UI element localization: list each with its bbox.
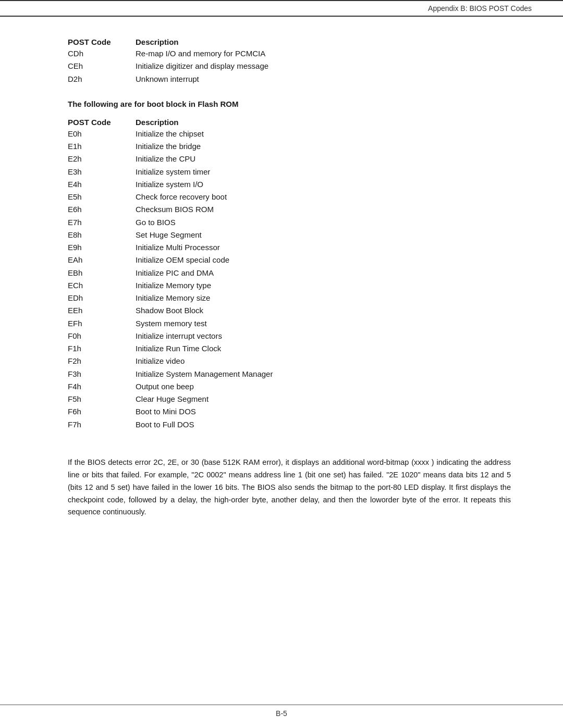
desc-cell: Set Huge Segment xyxy=(136,229,202,241)
table-row: EDhInitialize Memory size xyxy=(68,292,511,304)
code-cell: E5h xyxy=(68,191,136,203)
desc-cell: Unknown interrupt xyxy=(136,73,199,85)
table-row: CDhRe-map I/O and memory for PCMCIA xyxy=(68,47,511,59)
table-row: F3hInitialize System Management Manager xyxy=(68,368,511,380)
code-cell: F1h xyxy=(68,342,136,354)
table-row: F7hBoot to Full DOS xyxy=(68,418,511,430)
desc-cell: Output one beep xyxy=(136,380,194,392)
header-title: Appendix B: BIOS POST Codes xyxy=(428,4,532,13)
table-row: EBhInitialize PIC and DMA xyxy=(68,267,511,279)
desc-cell: Initialize PIC and DMA xyxy=(136,267,214,279)
code-cell: CDh xyxy=(68,47,136,59)
boot-table-rows: E0hInitialize the chipsetE1hInitialize t… xyxy=(68,128,511,430)
desc-cell: Re-map I/O and memory for PCMCIA xyxy=(136,47,265,59)
table-row: E0hInitialize the chipset xyxy=(68,128,511,140)
desc-cell: Check force recovery boot xyxy=(136,191,227,203)
page-footer: B-5 xyxy=(0,705,563,718)
code-cell: ECh xyxy=(68,279,136,291)
desc-cell: Shadow Boot Block xyxy=(136,304,203,316)
desc-cell: Initialize video xyxy=(136,355,185,367)
page-number: B-5 xyxy=(276,709,287,718)
code-cell: CEh xyxy=(68,60,136,72)
table-row: E5hCheck force recovery boot xyxy=(68,191,511,203)
table-row: CEhInitialize digitizer and display mess… xyxy=(68,60,511,72)
table-row: F1hInitialize Run Time Clock xyxy=(68,342,511,354)
code-cell: EFh xyxy=(68,317,136,329)
table-row: E4hInitialize system I/O xyxy=(68,178,511,190)
code-cell: E3h xyxy=(68,166,136,178)
code-cell: EDh xyxy=(68,292,136,304)
desc-cell: Checksum BIOS ROM xyxy=(136,203,214,215)
code-cell: F7h xyxy=(68,418,136,430)
desc-cell: Boot to Full DOS xyxy=(136,418,194,430)
table-row: E2hInitialize the CPU xyxy=(68,153,511,165)
desc-cell: Initialize interrupt vectors xyxy=(136,330,222,342)
desc-cell: System memory test xyxy=(136,317,207,329)
desc-cell: Initialize the CPU xyxy=(136,153,195,165)
table-row: EEhShadow Boot Block xyxy=(68,304,511,316)
code-cell: D2h xyxy=(68,73,136,85)
intro-col2-header: Description xyxy=(136,38,179,46)
page-container: Appendix B: BIOS POST Codes POST Code De… xyxy=(0,0,563,728)
desc-cell: Boot to Mini DOS xyxy=(136,405,196,417)
table-row: F5hClear Huge Segment xyxy=(68,393,511,405)
table-row: EAhInitialize OEM special code xyxy=(68,254,511,266)
table-row: F0hInitialize interrupt vectors xyxy=(68,330,511,342)
code-cell: E1h xyxy=(68,140,136,152)
table-row: E6hChecksum BIOS ROM xyxy=(68,203,511,215)
content-area: POST Code Description CDhRe-map I/O and … xyxy=(0,17,563,550)
code-cell: E0h xyxy=(68,128,136,140)
table-row: F4hOutput one beep xyxy=(68,380,511,392)
table-row: E3hInitialize system timer xyxy=(68,166,511,178)
desc-cell: Initialize the bridge xyxy=(136,140,201,152)
code-cell: E4h xyxy=(68,178,136,190)
code-cell: F6h xyxy=(68,405,136,417)
desc-cell: Initialize the chipset xyxy=(136,128,204,140)
desc-cell: Initialize digitizer and display message xyxy=(136,60,268,72)
intro-table-rows: CDhRe-map I/O and memory for PCMCIACEhIn… xyxy=(68,47,511,85)
table-row: E8hSet Huge Segment xyxy=(68,229,511,241)
section-title: The following are for boot block in Flas… xyxy=(68,100,511,108)
code-cell: E9h xyxy=(68,241,136,253)
desc-cell: Initialize Memory type xyxy=(136,279,211,291)
code-cell: F3h xyxy=(68,368,136,380)
intro-col1-header: POST Code xyxy=(68,38,136,46)
table-row: EFhSystem memory test xyxy=(68,317,511,329)
note-paragraph: If the BIOS detects error 2C, 2E, or 30 … xyxy=(68,456,511,519)
code-cell: EBh xyxy=(68,267,136,279)
table-row: D2hUnknown interrupt xyxy=(68,73,511,85)
table-row: EChInitialize Memory type xyxy=(68,279,511,291)
desc-cell: Go to BIOS xyxy=(136,216,176,228)
code-cell: EEh xyxy=(68,304,136,316)
code-cell: E8h xyxy=(68,229,136,241)
desc-cell: Initialize Memory size xyxy=(136,292,210,304)
table-row: E9hInitialize Multi Processor xyxy=(68,241,511,253)
code-cell: F0h xyxy=(68,330,136,342)
desc-cell: Initialize system I/O xyxy=(136,178,203,190)
code-cell: F2h xyxy=(68,355,136,367)
code-cell: E2h xyxy=(68,153,136,165)
boot-col2-header: Description xyxy=(136,118,179,127)
desc-cell: Initialize Multi Processor xyxy=(136,241,220,253)
code-cell: E7h xyxy=(68,216,136,228)
boot-table-header: POST Code Description xyxy=(68,118,511,127)
code-cell: EAh xyxy=(68,254,136,266)
desc-cell: Initialize OEM special code xyxy=(136,254,229,266)
page-header: Appendix B: BIOS POST Codes xyxy=(0,0,563,17)
code-cell: F4h xyxy=(68,380,136,392)
desc-cell: Initialize Run Time Clock xyxy=(136,342,221,354)
desc-cell: Clear Huge Segment xyxy=(136,393,209,405)
table-row: E7hGo to BIOS xyxy=(68,216,511,228)
code-cell: F5h xyxy=(68,393,136,405)
table-row: F2hInitialize video xyxy=(68,355,511,367)
code-cell: E6h xyxy=(68,203,136,215)
table-row: F6hBoot to Mini DOS xyxy=(68,405,511,417)
desc-cell: Initialize system timer xyxy=(136,166,210,178)
table-row: E1hInitialize the bridge xyxy=(68,140,511,152)
intro-table-header: POST Code Description xyxy=(68,38,511,46)
desc-cell: Initialize System Management Manager xyxy=(136,368,273,380)
boot-col1-header: POST Code xyxy=(68,118,136,127)
